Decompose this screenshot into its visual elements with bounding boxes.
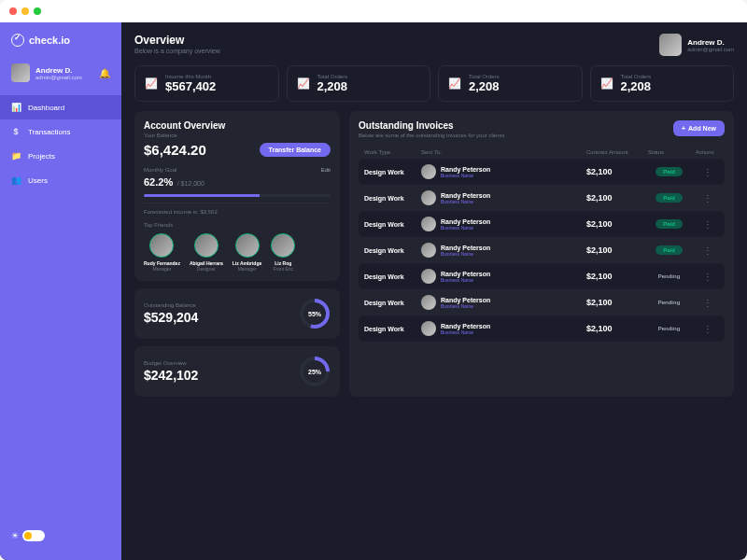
trend-up-icon: 📈 [448, 77, 461, 90]
account-overview-card: Account Overview Your Balance $6,424.20 … [134, 111, 340, 281]
contact-name: Randy Peterson [441, 323, 490, 329]
avatar [421, 190, 436, 205]
sidebar-item-users[interactable]: 👥Users [0, 168, 121, 192]
amount: $2,100 [586, 245, 642, 255]
avatar [659, 34, 682, 56]
maximize-dot[interactable] [34, 7, 41, 15]
avatar [149, 233, 174, 258]
progress-ring: 55% [299, 298, 331, 329]
close-dot[interactable] [9, 7, 17, 15]
stat-card: 📈Total Orders2,208 [438, 65, 583, 102]
trend-up-icon: 📈 [600, 77, 613, 90]
trend-up-icon: 📈 [145, 77, 158, 90]
status-badge: Pending [651, 298, 688, 307]
row-actions-button[interactable]: ⋮ [696, 219, 719, 230]
friend-role: Manager [144, 266, 180, 272]
work-type: Design Work [364, 247, 416, 254]
friend-item[interactable]: Liz AmbridgeManager [233, 233, 261, 272]
header-user[interactable]: Andrew D. admin@gmail.com [659, 34, 734, 56]
add-new-button[interactable]: +Add New [673, 120, 725, 136]
sidebar-item-projects[interactable]: 📁Projects [0, 144, 121, 168]
row-actions-button[interactable]: ⋮ [696, 245, 719, 256]
status-badge: Pending [651, 324, 688, 333]
theme-toggle[interactable]: ☀ [0, 523, 121, 549]
friends-label: Top Friends [144, 222, 331, 228]
sidebar-user[interactable]: Andrew D. admin@gmail.com 🔔 [0, 58, 121, 88]
logo-icon [11, 34, 24, 47]
contact-name: Randy Peterson [441, 166, 490, 173]
friend-item[interactable]: Rudy FernandezManager [144, 233, 180, 272]
business-name: Business Name [441, 225, 490, 231]
table-row[interactable]: Design WorkRandy PetersonBusiness Name$2… [359, 263, 725, 289]
table-row[interactable]: Design WorkRandy PetersonBusiness Name$2… [359, 289, 725, 315]
transfer-button[interactable]: Transfer Balance [260, 143, 331, 157]
friend-role: Designer [190, 266, 223, 272]
avatar [194, 233, 218, 258]
table-row[interactable]: Design WorkRandy PetersonBusiness Name$2… [359, 159, 725, 185]
friend-role: Front Enc [271, 266, 295, 272]
balance-label: Your Balance [144, 133, 331, 138]
table-row[interactable]: Design WorkRandy PetersonBusiness Name$2… [359, 315, 725, 342]
sidebar: check.io Andrew D. admin@gmail.com 🔔 📊Da… [0, 22, 121, 560]
friend-item[interactable]: Abigail HerraraDesigner [190, 233, 223, 272]
edit-button[interactable]: Edit [321, 167, 331, 173]
goal-percent: 62.2% [144, 176, 173, 188]
contact-name: Randy Peterson [441, 271, 490, 277]
nav-label: Projects [28, 152, 55, 161]
work-type: Design Work [364, 273, 416, 280]
stat-value: $567,402 [165, 79, 216, 93]
table-row[interactable]: Design WorkRandy PetersonBusiness Name$2… [359, 237, 725, 263]
amount: $2,100 [586, 298, 642, 307]
business-name: Business Name [441, 199, 490, 204]
users-icon: 👥 [11, 175, 21, 185]
stat-value: 2,208 [469, 79, 500, 93]
work-type: Design Work [364, 300, 416, 306]
business-name: Business Name [441, 251, 490, 257]
table-row[interactable]: Design WorkRandy PetersonBusiness Name$2… [359, 185, 725, 211]
friend-item[interactable]: Liz RogFront Enc [271, 233, 295, 272]
dollar-icon: $ [11, 127, 21, 136]
app-name: check.io [29, 35, 70, 46]
work-type: Design Work [364, 169, 416, 175]
status-badge: Paid [655, 219, 683, 229]
business-name: Business Name [441, 173, 490, 178]
avatar [421, 243, 436, 258]
status-badge: Paid [655, 167, 683, 176]
forecast: Forecasted income is: $3,502 [144, 203, 331, 215]
sidebar-item-transactions[interactable]: $Transactions [0, 119, 121, 144]
work-type: Design Work [364, 221, 416, 228]
amount: $2,100 [586, 219, 642, 229]
nav-label: Users [28, 176, 48, 185]
goal-label: Monthly Goal [144, 167, 204, 173]
logo[interactable]: check.io [0, 34, 121, 58]
amount: $2,100 [586, 193, 642, 203]
progress-bar [144, 194, 331, 197]
card-subtitle: Below are some of the outstanding invoic… [359, 133, 506, 138]
row-actions-button[interactable]: ⋮ [696, 324, 719, 334]
sidebar-item-dashboard[interactable]: 📊Dashboard [0, 95, 121, 119]
row-actions-button[interactable]: ⋮ [696, 298, 719, 308]
browser-chrome [0, 0, 747, 22]
goal-total: / $12,000 [177, 180, 204, 187]
page-subtitle: Below is a company overview [134, 48, 220, 54]
amount: $2,100 [586, 272, 642, 281]
metric-label: Budget Overview [144, 360, 198, 366]
table-row[interactable]: Design WorkRandy PetersonBusiness Name$2… [359, 211, 725, 237]
folder-icon: 📁 [11, 151, 21, 161]
minimize-dot[interactable] [21, 7, 29, 15]
bell-icon[interactable]: 🔔 [99, 68, 110, 78]
avatar [11, 63, 30, 82]
stat-card: 📈Total Orders2,208 [287, 65, 431, 102]
row-actions-button[interactable]: ⋮ [696, 167, 719, 177]
progress-ring: 25% [299, 356, 331, 387]
page-title: Overview [134, 34, 220, 47]
work-type: Design Work [364, 326, 416, 332]
balance-value: $6,424.20 [144, 142, 206, 158]
status-badge: Paid [655, 193, 683, 203]
row-actions-button[interactable]: ⋮ [696, 272, 719, 282]
avatar [271, 233, 295, 258]
user-name: Andrew D. [687, 38, 734, 47]
row-actions-button[interactable]: ⋮ [696, 193, 719, 203]
toggle-switch[interactable] [22, 530, 45, 541]
contact-name: Randy Peterson [441, 297, 490, 303]
